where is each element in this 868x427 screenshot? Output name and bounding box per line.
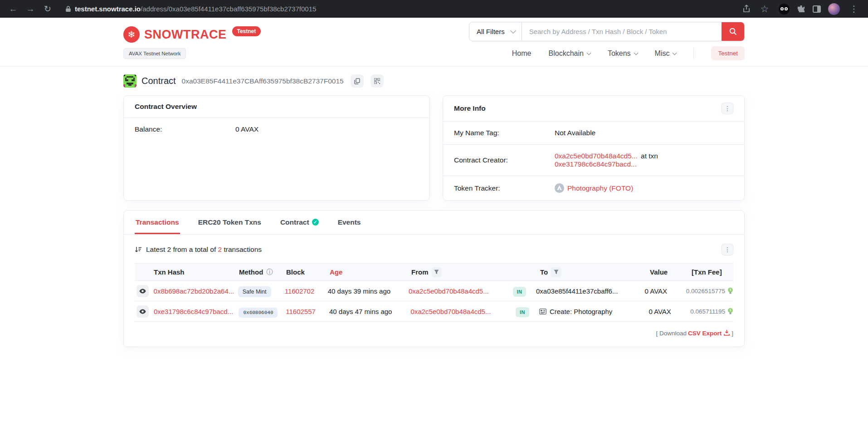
address-bar[interactable]: testnet.snowtrace.io/address/0xa03e85f44… <box>58 5 739 13</box>
transactions-card: Transactions ERC20 Token Txns Contract ✓… <box>123 210 745 347</box>
from-filter-button[interactable] <box>432 267 442 277</box>
download-label: [ Download <box>656 330 687 337</box>
puzzle-extensions-icon[interactable] <box>797 5 805 13</box>
table-row: 0x8b698ac72bd20b2a64... Safe Mint 116027… <box>135 281 733 301</box>
nav-tokens[interactable]: Tokens <box>608 49 638 58</box>
gas-bulb-icon[interactable]: $ <box>727 308 733 315</box>
bookmark-star-icon[interactable]: ☆ <box>758 2 771 16</box>
method-badge: Safe Mint <box>238 286 271 297</box>
eye-icon <box>139 309 146 314</box>
tx-summary-text: Latest 2 from a total of 2 transactions <box>146 245 262 254</box>
funnel-icon <box>554 270 559 275</box>
from-address-link[interactable]: 0xa2c5e0bd70b48a4cd5... <box>409 287 489 295</box>
kebab-icon: ⋮ <box>724 246 731 253</box>
copy-address-button[interactable] <box>351 74 364 88</box>
side-panel-icon[interactable] <box>813 5 821 13</box>
tab-contract[interactable]: Contract ✓ <box>279 211 320 234</box>
tab-transactions[interactable]: Transactions <box>135 211 180 234</box>
download-label-close: ] <box>731 330 733 337</box>
block-link[interactable]: 11602702 <box>285 287 315 295</box>
search-button[interactable] <box>722 22 744 41</box>
tx-preview-button[interactable] <box>137 305 149 318</box>
txn-fee: 0.0026515775 <box>686 288 725 294</box>
qr-code-button[interactable] <box>371 74 384 88</box>
brand-name: SNOWTRACE <box>144 28 227 42</box>
brand-testnet-badge: Testnet <box>232 26 261 36</box>
age-value: 40 days 47 mins ago <box>329 308 411 315</box>
site-header: ❄ SNOWTRACE Testnet All Filters A <box>0 18 868 66</box>
share-icon[interactable] <box>742 5 751 13</box>
col-txn-fee: [Txn Fee] <box>692 268 733 276</box>
value-cell: 0 AVAX <box>645 287 686 295</box>
tab-events[interactable]: Events <box>337 211 362 234</box>
more-info-card-title: More Info <box>454 104 486 113</box>
more-info-menu-button[interactable]: ⋮ <box>722 103 733 114</box>
nav-testnet-button[interactable]: Testnet <box>711 46 745 60</box>
network-badge: AVAX Testnet Network <box>123 48 186 59</box>
csv-export-link[interactable]: CSV Export <box>688 330 722 337</box>
tx-table-menu-button[interactable]: ⋮ <box>722 244 733 255</box>
page-title: Contract <box>141 76 176 86</box>
search-input[interactable] <box>522 22 722 41</box>
svg-text:$: $ <box>730 309 731 312</box>
contract-blockie-avatar <box>123 74 137 88</box>
extension-icon[interactable] <box>779 4 790 15</box>
overview-card-title: Contract Overview <box>135 103 197 111</box>
direction-badge: IN <box>516 307 529 317</box>
search-filter-label: All Filters <box>477 28 505 35</box>
tab-bar: Transactions ERC20 Token Txns Contract ✓… <box>124 211 744 235</box>
snowtrace-logo[interactable]: ❄ SNOWTRACE Testnet <box>123 26 261 43</box>
from-address-link[interactable]: 0xa2c5e0bd70b48a4cd5... <box>411 308 491 315</box>
url-path: /address/0xa03e85f4411e37cbaff635975bf38… <box>141 5 316 13</box>
table-row: 0xe31798c6c84c97bacd... 0x60806040 11602… <box>135 301 733 322</box>
at-txn-text: at txn <box>641 152 658 160</box>
creation-txn-link[interactable]: 0xe31798c6c84c97bacd... <box>555 160 637 168</box>
txn-hash-link[interactable]: 0x8b698ac72bd20b2a64... <box>154 287 234 295</box>
token-logo-icon <box>555 183 564 193</box>
nav-home[interactable]: Home <box>512 49 532 58</box>
lock-icon <box>65 5 71 12</box>
download-icon[interactable] <box>724 330 730 336</box>
chevron-down-icon <box>634 51 638 55</box>
browser-reload-icon[interactable]: ↻ <box>41 2 54 16</box>
token-tracker-link[interactable]: Photography (FOTO) <box>567 184 633 192</box>
transactions-table: Txn Hash Method ⓘ Block Age From <box>135 263 733 322</box>
main-nav: Home Blockchain Tokens Misc Testnet <box>512 46 745 60</box>
funnel-icon <box>434 270 439 275</box>
browser-chrome: ← → ↻ testnet.snowtrace.io/address/0xa03… <box>0 0 868 18</box>
col-block: Block <box>286 268 330 276</box>
verified-check-icon: ✓ <box>312 219 319 226</box>
col-age-toggle[interactable]: Age <box>330 268 411 276</box>
col-value: Value <box>650 268 692 276</box>
value-cell: 0 AVAX <box>649 308 690 315</box>
snowflake-icon: ❄ <box>123 26 140 43</box>
browser-forward-icon[interactable]: → <box>24 2 37 16</box>
method-badge: 0x60806040 <box>239 308 278 318</box>
sort-icon[interactable] <box>135 246 142 253</box>
txn-hash-link[interactable]: 0xe31798c6c84c97bacd... <box>154 308 233 315</box>
info-icon[interactable]: ⓘ <box>266 268 273 276</box>
creator-address-link[interactable]: 0xa2c5e0bd70b48a4cd5... <box>555 152 638 160</box>
direction-badge: IN <box>513 287 527 297</box>
block-link[interactable]: 11602557 <box>286 308 316 315</box>
tx-preview-button[interactable] <box>137 285 149 297</box>
to-address: Create: Photography <box>550 308 612 315</box>
browser-menu-icon[interactable]: ⋮ <box>847 2 861 16</box>
to-filter-button[interactable] <box>551 267 561 277</box>
browser-back-icon[interactable]: ← <box>6 2 20 16</box>
profile-avatar[interactable] <box>828 3 840 15</box>
table-header-row: Txn Hash Method ⓘ Block Age From <box>135 263 733 281</box>
name-tag-label: My Name Tag: <box>454 129 555 137</box>
contract-address: 0xa03E85F4411e37CBAff635975bf38cB2737F00… <box>182 77 344 85</box>
url-host: testnet.snowtrace.io <box>75 5 141 13</box>
contract-creator-label: Contract Creator: <box>454 156 555 164</box>
nav-misc[interactable]: Misc <box>655 49 677 58</box>
col-method: Method ⓘ <box>239 268 286 276</box>
eye-icon <box>139 289 146 294</box>
tab-erc20-token-txns[interactable]: ERC20 Token Txns <box>197 211 262 234</box>
search-filter-dropdown[interactable]: All Filters <box>469 22 522 41</box>
name-tag-value: Not Available <box>555 129 595 137</box>
nav-blockchain[interactable]: Blockchain <box>549 49 590 58</box>
contract-overview-card: Contract Overview Balance: 0 AVAX <box>123 95 430 201</box>
gas-bulb-icon[interactable]: $ <box>727 287 733 294</box>
